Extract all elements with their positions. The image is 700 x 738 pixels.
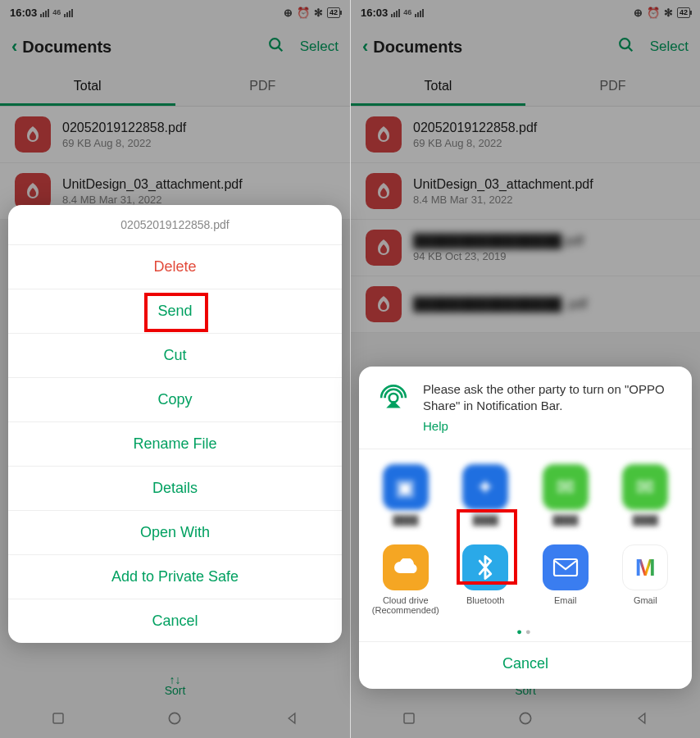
app-label: Email bbox=[554, 595, 577, 605]
share-cancel[interactable]: Cancel bbox=[359, 641, 692, 686]
cloud-icon bbox=[383, 544, 429, 590]
app-icon: ✦ bbox=[462, 464, 508, 510]
share-app[interactable]: ✉ ████ bbox=[525, 461, 606, 536]
wechat-icon: ✉ bbox=[622, 464, 668, 510]
ctx-send[interactable]: Send bbox=[8, 289, 342, 334]
app-label: ████ bbox=[552, 515, 578, 525]
app-label: Bluetooth bbox=[466, 595, 504, 605]
share-app-email[interactable]: Email bbox=[525, 541, 606, 618]
share-app-bluetooth[interactable]: Bluetooth bbox=[446, 541, 526, 618]
pager: ●● bbox=[359, 622, 692, 641]
share-message: Please ask the other party to turn on "O… bbox=[423, 381, 675, 415]
bluetooth-icon bbox=[462, 544, 508, 590]
share-app[interactable]: ▣ ████ bbox=[366, 461, 446, 536]
ctx-cut[interactable]: Cut bbox=[8, 334, 342, 378]
ctx-open-with[interactable]: Open With bbox=[8, 511, 342, 555]
ctx-rename[interactable]: Rename File bbox=[8, 422, 342, 467]
email-icon bbox=[543, 544, 589, 590]
share-app[interactable]: ✉ ████ bbox=[606, 461, 686, 536]
share-app[interactable]: ✦ ████ bbox=[446, 461, 526, 536]
wechat-icon: ✉ bbox=[543, 464, 589, 510]
share-sheet: Please ask the other party to turn on "O… bbox=[359, 367, 692, 690]
oppo-share-icon bbox=[375, 381, 411, 417]
app-label: ████ bbox=[473, 515, 498, 525]
context-menu: 02052019122858.pdf Delete Send Cut Copy … bbox=[8, 205, 342, 643]
ctx-copy[interactable]: Copy bbox=[8, 378, 342, 422]
app-label: ████ bbox=[393, 515, 418, 525]
app-label: Cloud drive (Recommended) bbox=[366, 595, 446, 615]
ctx-delete[interactable]: Delete bbox=[8, 245, 342, 289]
gmail-icon: M bbox=[622, 544, 668, 590]
help-link[interactable]: Help bbox=[423, 419, 448, 433]
share-app-gmail[interactable]: M Gmail bbox=[606, 541, 686, 618]
ctx-details[interactable]: Details bbox=[8, 467, 342, 511]
share-app-grid: ▣ ████ ✦ ████ ✉ ████ ✉ ████ Cloud drive … bbox=[359, 449, 692, 622]
context-title: 02052019122858.pdf bbox=[8, 205, 342, 245]
svg-rect-9 bbox=[554, 559, 577, 576]
ctx-cancel[interactable]: Cancel bbox=[8, 599, 342, 643]
ctx-private-safe[interactable]: Add to Private Safe bbox=[8, 555, 342, 599]
app-icon: ▣ bbox=[383, 464, 429, 510]
share-app-cloud[interactable]: Cloud drive (Recommended) bbox=[366, 541, 446, 618]
app-label: Gmail bbox=[634, 595, 657, 605]
app-label: ████ bbox=[633, 515, 658, 525]
